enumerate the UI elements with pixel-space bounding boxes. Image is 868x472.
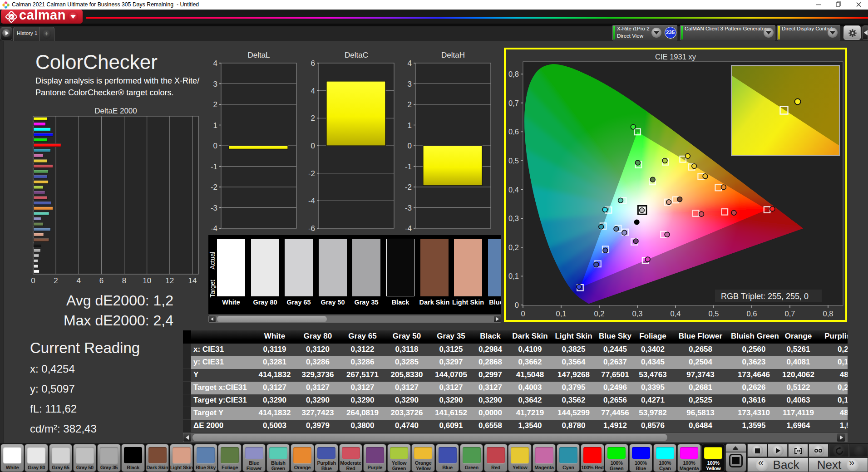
svg-text:0,1: 0,1 bbox=[508, 272, 519, 280]
svg-text:-3: -3 bbox=[211, 204, 217, 212]
svg-text:-1: -1 bbox=[211, 162, 217, 171]
svg-text:-2: -2 bbox=[211, 183, 217, 192]
svg-text:0,6: 0,6 bbox=[747, 310, 757, 318]
svg-text:4: 4 bbox=[311, 87, 315, 95]
svg-text:0,4: 0,4 bbox=[671, 310, 681, 318]
svg-text:-3: -3 bbox=[405, 204, 412, 212]
svg-text:3: 3 bbox=[408, 80, 412, 88]
svg-text:2: 2 bbox=[213, 100, 217, 109]
svg-text:-6: -6 bbox=[308, 224, 315, 233]
svg-text:8: 8 bbox=[122, 276, 126, 285]
svg-text:0: 0 bbox=[515, 301, 519, 309]
svg-text:-4: -4 bbox=[211, 224, 217, 233]
svg-text:0: 0 bbox=[521, 310, 525, 318]
svg-text:-2: -2 bbox=[308, 169, 315, 178]
svg-text:-2: -2 bbox=[405, 183, 412, 192]
svg-text:0,1: 0,1 bbox=[556, 310, 567, 318]
svg-text:DeltaE 2000: DeltaE 2000 bbox=[94, 107, 137, 115]
svg-text:0,3: 0,3 bbox=[508, 214, 519, 222]
svg-text:4: 4 bbox=[213, 59, 217, 68]
svg-text:0,7: 0,7 bbox=[785, 310, 795, 318]
svg-text:6: 6 bbox=[99, 276, 104, 285]
svg-text:-1: -1 bbox=[405, 162, 412, 171]
svg-text:0,7: 0,7 bbox=[508, 99, 519, 107]
svg-text:-4: -4 bbox=[405, 224, 412, 233]
svg-text:1: 1 bbox=[213, 121, 217, 130]
svg-text:0,4: 0,4 bbox=[508, 186, 519, 194]
svg-text:0: 0 bbox=[408, 142, 412, 150]
svg-text:2: 2 bbox=[408, 100, 412, 109]
svg-text:0,2: 0,2 bbox=[508, 243, 519, 251]
svg-text:0,8: 0,8 bbox=[823, 310, 833, 318]
svg-text:14: 14 bbox=[188, 276, 197, 285]
svg-text:3: 3 bbox=[213, 80, 217, 88]
svg-text:0,5: 0,5 bbox=[508, 157, 519, 165]
svg-text:0,3: 0,3 bbox=[632, 310, 643, 318]
svg-text:-4: -4 bbox=[308, 197, 315, 205]
svg-text:0,5: 0,5 bbox=[709, 310, 719, 318]
svg-text:4: 4 bbox=[77, 276, 81, 285]
svg-text:CIE 1931 xy: CIE 1931 xy bbox=[655, 53, 696, 61]
svg-text:0,6: 0,6 bbox=[508, 128, 519, 136]
svg-text:1: 1 bbox=[408, 121, 412, 130]
svg-text:10: 10 bbox=[143, 276, 151, 285]
svg-text:2: 2 bbox=[311, 114, 315, 123]
svg-text:0: 0 bbox=[311, 142, 315, 150]
svg-text:0: 0 bbox=[31, 276, 35, 285]
svg-text:12: 12 bbox=[165, 276, 174, 285]
svg-text:2: 2 bbox=[54, 276, 58, 285]
svg-text:4: 4 bbox=[408, 59, 412, 68]
svg-text:0,2: 0,2 bbox=[594, 310, 605, 318]
svg-text:0,8: 0,8 bbox=[508, 70, 519, 78]
svg-text:0: 0 bbox=[213, 142, 217, 150]
svg-text:6: 6 bbox=[311, 59, 315, 68]
svg-text:RGB Triplet: 255, 255, 0: RGB Triplet: 255, 255, 0 bbox=[721, 292, 809, 301]
